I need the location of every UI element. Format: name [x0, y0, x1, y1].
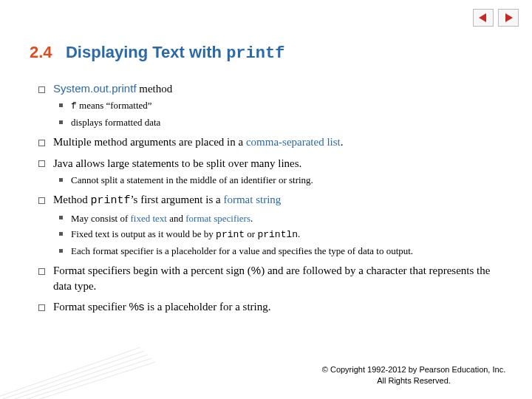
title-code: printf [226, 44, 284, 63]
bullet-6: Format specifier %s is a placeholder for… [33, 299, 510, 314]
title-text: Displaying Text with [66, 43, 222, 61]
bullet-1b: displays formatted data [53, 116, 510, 129]
decorative-lines [0, 325, 155, 399]
svg-marker-0 [479, 13, 486, 22]
prev-icon [477, 13, 489, 23]
svg-line-4 [0, 355, 148, 399]
bullet-3: Java allows large statements to be split… [33, 156, 510, 187]
svg-line-6 [0, 362, 155, 399]
bullet-2: Multiple method arguments are placed in … [33, 134, 510, 149]
nav-buttons [473, 9, 519, 27]
next-icon [502, 13, 514, 23]
copyright-text: © Copyright 1992-2012 by Pearson Educati… [318, 364, 510, 386]
bullet-1a: f means “formatted” [53, 99, 510, 113]
bullet-1: System.out.printf method f means “format… [33, 81, 510, 129]
section-number: 2.4 [30, 43, 52, 61]
bullet-4b: Fixed text is output as it would be by p… [53, 228, 510, 242]
bullet-3a: Cannot split a statement in the middle o… [53, 174, 510, 187]
slide-title: 2.4 Displaying Text with printf [30, 43, 284, 63]
bullet-4a: May consist of fixed text and format spe… [53, 212, 510, 225]
bullet-4: Method printf’s first argument is a form… [33, 192, 510, 257]
prev-button[interactable] [473, 9, 494, 27]
slide-content: System.out.printf method f means “format… [33, 81, 510, 320]
svg-line-5 [0, 358, 151, 399]
next-button[interactable] [498, 9, 519, 27]
svg-line-3 [0, 351, 144, 399]
svg-marker-1 [505, 13, 513, 22]
bullet-5: Format specifiers begin with a percent s… [33, 263, 510, 293]
bullet-4c: Each format specifier is a placeholder f… [53, 245, 510, 258]
svg-line-2 [0, 347, 140, 399]
